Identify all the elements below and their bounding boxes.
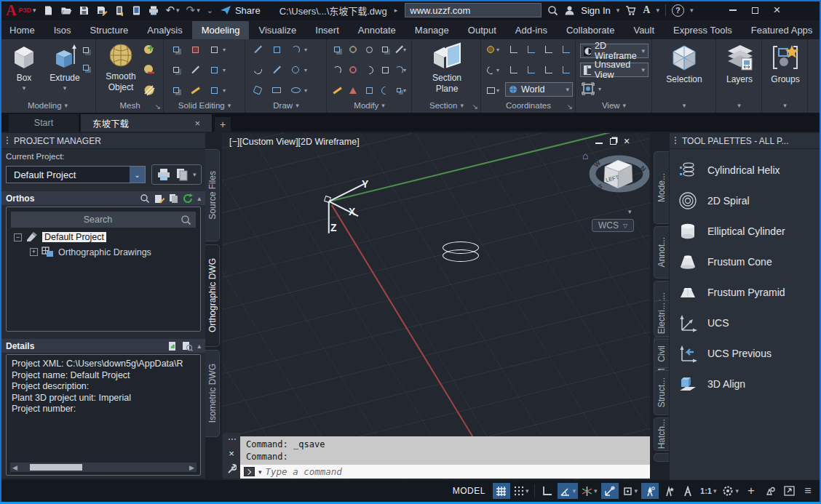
autodesk-apps-button[interactable]: A xyxy=(643,4,650,16)
smooth-object-button[interactable]: Smooth Object xyxy=(100,42,142,93)
annotation-visibility-button[interactable] xyxy=(641,483,659,499)
union-button[interactable] xyxy=(169,43,183,56)
object-snap-tracking-button[interactable] xyxy=(601,483,619,499)
thicken-caret[interactable]: ▾ xyxy=(223,67,226,73)
plot-button[interactable] xyxy=(148,5,159,16)
rotate-button[interactable] xyxy=(362,63,376,76)
details-header[interactable]: Details ▴ xyxy=(1,339,205,353)
ucs-button[interactable] xyxy=(524,43,539,56)
open-from-mobile-button[interactable] xyxy=(132,5,141,16)
tab-structure[interactable]: Structure xyxy=(81,21,138,39)
panel-title-modeling[interactable]: Modeling▾ xyxy=(0,100,95,111)
project-tools-caret[interactable]: ▾ xyxy=(193,171,197,178)
isometric-drafting-button[interactable]: ▾ xyxy=(579,483,600,499)
polygon-button[interactable] xyxy=(250,84,265,97)
wcs-dropdown[interactable]: WCS▽ xyxy=(592,219,634,232)
erase-button[interactable] xyxy=(330,84,344,97)
ucs-previous-button[interactable] xyxy=(507,63,521,76)
tool-frustum-pyramid[interactable]: Frustum Pyramid xyxy=(670,277,820,308)
scale-caret[interactable]: ▾ xyxy=(713,487,717,495)
ortho-mode-button[interactable] xyxy=(539,483,556,499)
slice-button[interactable] xyxy=(188,63,202,76)
project-combo[interactable]: Default Project ⌄ xyxy=(6,166,146,183)
viewport-config-caret[interactable]: ▾ xyxy=(598,86,601,92)
tab-modeling[interactable]: Modeling xyxy=(192,21,250,39)
tab-express-tools[interactable]: Express Tools xyxy=(664,21,742,39)
maximize-button[interactable] xyxy=(744,2,766,18)
grid-display-button[interactable] xyxy=(493,483,510,499)
scale-button[interactable] xyxy=(362,84,376,97)
tab-source-files[interactable]: Source Files xyxy=(205,149,220,241)
model-space-button[interactable]: MODEL xyxy=(447,483,491,499)
palette-tab-electrical[interactable]: Electri... xyxy=(654,300,669,337)
array-caret[interactable]: ▾ xyxy=(403,87,406,94)
selection-panel-caret[interactable]: ▾ xyxy=(653,100,715,111)
cylinder-object-bottom[interactable] xyxy=(443,249,479,262)
autoscale-button[interactable] xyxy=(660,483,678,499)
polyline-button[interactable] xyxy=(250,43,265,56)
tab-visualize[interactable]: Visualize xyxy=(249,21,306,39)
command-input[interactable]: ▾ Type a command xyxy=(240,465,650,479)
visual-style-combo[interactable]: 2D Wireframe▾ xyxy=(580,44,649,58)
palette-tab-modeling[interactable]: Mode... xyxy=(654,151,669,224)
ellipse-button[interactable] xyxy=(288,84,303,97)
help-button[interactable]: ? xyxy=(672,4,684,17)
viewport-close-icon[interactable]: × xyxy=(624,137,630,145)
new-ortho-drawing-icon[interactable] xyxy=(154,193,164,204)
gizmo-move-button[interactable] xyxy=(346,43,360,56)
undo-button[interactable]: ↶▾ xyxy=(166,4,180,17)
refresh-icon[interactable] xyxy=(183,193,193,204)
named-view-combo[interactable]: Unsaved View▾ xyxy=(580,63,649,77)
tool-ucs-previous[interactable]: UCS Previous xyxy=(670,338,820,369)
tab-isometric-dwg[interactable]: Isometric DWG xyxy=(205,350,220,437)
viewport-config-button[interactable] xyxy=(580,81,596,96)
undo-flyout-caret[interactable]: ▾ xyxy=(176,7,180,14)
move-button[interactable] xyxy=(362,43,376,56)
tool-elliptical-cylinder[interactable]: Elliptical Cylinder xyxy=(670,216,820,247)
tool-3d-align[interactable]: 3D Align xyxy=(670,369,820,399)
viewport-minimize-icon[interactable] xyxy=(595,143,603,144)
rectangle-button[interactable] xyxy=(269,84,284,97)
mirror-3d-button[interactable] xyxy=(330,43,344,56)
new-file-button[interactable] xyxy=(43,5,54,16)
new-drawing-tab-button[interactable]: + xyxy=(215,117,231,132)
print-project-button[interactable] xyxy=(156,168,171,181)
current-file-path[interactable]: C:\Users\...\东坡下载.dwg xyxy=(279,4,387,17)
orthos-search-input[interactable]: Search xyxy=(11,212,196,228)
status-bar-menu-button[interactable]: ≡ xyxy=(799,483,817,499)
tab-analysis[interactable]: Analysis xyxy=(138,21,191,39)
qat-customize-button[interactable]: ⌄ xyxy=(207,6,213,15)
save-button[interactable] xyxy=(79,5,90,16)
ucs-icon-show-button[interactable] xyxy=(483,43,498,56)
orthos-search-icon[interactable] xyxy=(140,193,150,204)
file-flyout-caret[interactable]: ▸ xyxy=(394,7,398,14)
expand-node-icon[interactable]: + xyxy=(30,248,38,256)
mesh-dialog-launcher[interactable]: ↘ xyxy=(155,103,161,111)
ellipse-caret[interactable]: ▾ xyxy=(304,87,307,94)
coordinates-dialog-launcher[interactable]: ↘ xyxy=(567,103,573,111)
project-combo-caret[interactable]: ⌄ xyxy=(130,167,145,183)
annotation-scale-button[interactable] xyxy=(679,483,697,499)
ucs-origin-caret[interactable]: ▾ xyxy=(496,87,499,94)
separate-button[interactable] xyxy=(207,84,221,97)
separate-caret[interactable]: ▾ xyxy=(223,87,226,94)
extract-edges-caret[interactable]: ▾ xyxy=(223,47,226,53)
close-drawing-icon[interactable]: × xyxy=(194,118,200,129)
palette-tab-structural[interactable]: Struct... xyxy=(654,370,669,415)
dynamic-ucs-button[interactable] xyxy=(483,63,498,76)
panel-title-solid-editing[interactable]: Solid Editing▾ xyxy=(164,100,245,111)
ucs-world-button[interactable] xyxy=(559,43,574,56)
command-close-icon[interactable]: × xyxy=(229,450,234,457)
preview-details-icon[interactable] xyxy=(182,341,193,351)
arc-caret[interactable]: ▾ xyxy=(304,47,307,53)
copy-ortho-icon[interactable] xyxy=(169,193,178,204)
spline-button[interactable] xyxy=(250,63,265,76)
panel-title-view[interactable]: View▾ xyxy=(576,100,651,111)
drawing-viewport[interactable]: Y X Z [−][Custom View][2D Wireframe] × ⌂… xyxy=(222,133,650,480)
tab-annotate[interactable]: Annotate xyxy=(349,21,405,39)
edit-polyline-button[interactable] xyxy=(269,43,284,56)
dynamic-ucs-caret[interactable]: ▾ xyxy=(496,67,499,73)
panel-layers[interactable]: Layers ▾ xyxy=(717,39,762,113)
polar-tracking-button[interactable]: ▾ xyxy=(558,483,578,499)
ucs-named-window-button[interactable] xyxy=(542,43,556,56)
